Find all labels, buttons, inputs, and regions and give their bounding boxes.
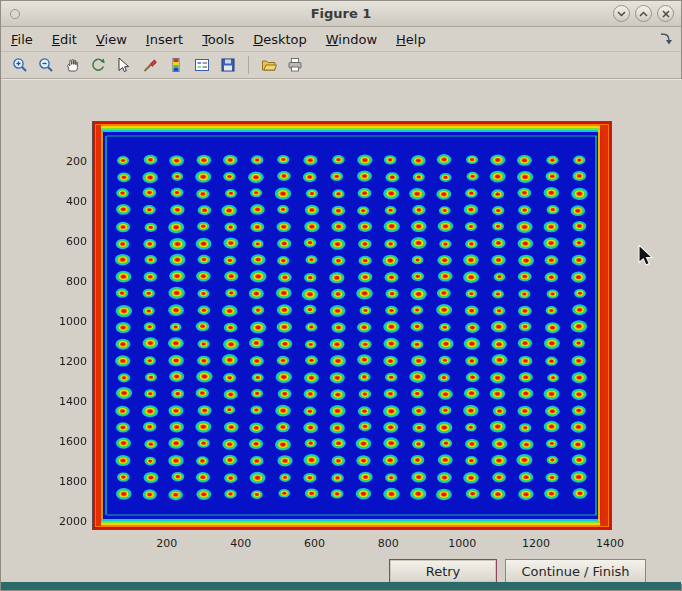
y-tick-label: 1800 (45, 475, 87, 488)
figure-toolbar (1, 51, 681, 79)
toolbar-open-file-button[interactable] (258, 54, 280, 76)
zoom-out-icon (37, 56, 55, 74)
toolbar-data-cursor-button[interactable] (113, 54, 135, 76)
y-tick-label: 1600 (45, 435, 87, 448)
toolbar-brush-button[interactable] (139, 54, 161, 76)
dock-figure-icon[interactable] (659, 32, 672, 48)
toolbar-print-button[interactable] (284, 54, 306, 76)
maximize-button[interactable] (635, 5, 652, 22)
x-tick-label: 400 (223, 537, 259, 550)
close-button[interactable] (657, 5, 674, 22)
pan-icon (63, 56, 81, 74)
shade-button[interactable] (613, 5, 630, 22)
toolbar-separator (248, 56, 249, 74)
toolbar-save-button[interactable] (217, 54, 239, 76)
menu-item-tools[interactable]: Tools (202, 32, 234, 47)
y-tick-label: 400 (45, 195, 87, 208)
figure-image (93, 122, 611, 529)
chevron-down-icon (617, 11, 626, 17)
chevron-up-icon (639, 11, 648, 17)
zoom-in-icon (11, 56, 29, 74)
menu-item-help[interactable]: Help (396, 32, 426, 47)
x-tick-label: 600 (297, 537, 333, 550)
x-tick-label: 200 (149, 537, 185, 550)
window-title: Figure 1 (1, 6, 681, 21)
brush-icon (141, 56, 159, 74)
toolbar-insert-legend-button[interactable] (191, 54, 213, 76)
x-tick-label: 1200 (518, 537, 554, 550)
data-cursor-icon (115, 56, 133, 74)
toolbar-rotate-3d-button[interactable] (87, 54, 109, 76)
save-icon (219, 56, 237, 74)
figure-content: Retry Continue / Finish 2004006008001000… (1, 79, 682, 584)
print-icon (286, 56, 304, 74)
menu-item-view[interactable]: View (96, 32, 127, 47)
menu-item-desktop[interactable]: Desktop (253, 32, 307, 47)
colorbar-icon (167, 56, 185, 74)
y-tick-label: 600 (45, 235, 87, 248)
window-bottom-edge (1, 582, 681, 590)
open-file-icon (260, 56, 278, 74)
window-controls (613, 5, 674, 22)
title-bar: Figure 1 (1, 1, 681, 27)
figure-window: Figure 1 FileEditViewInsertToolsDesk (0, 0, 682, 591)
x-tick-label: 1400 (592, 537, 628, 550)
y-tick-label: 1200 (45, 355, 87, 368)
toolbar-colorbar-button[interactable] (165, 54, 187, 76)
menu-item-edit[interactable]: Edit (52, 32, 77, 47)
insert-legend-icon (193, 56, 211, 74)
x-tick-label: 1000 (444, 537, 480, 550)
close-icon (662, 10, 670, 18)
y-tick-label: 800 (45, 275, 87, 288)
y-tick-label: 200 (45, 155, 87, 168)
toolbar-pan-button[interactable] (61, 54, 83, 76)
toolbar-zoom-in-button[interactable] (9, 54, 31, 76)
toolbar-zoom-out-button[interactable] (35, 54, 57, 76)
menu-bar: FileEditViewInsertToolsDesktopWindowHelp (1, 27, 681, 51)
menu-item-insert[interactable]: Insert (146, 32, 183, 47)
menu-bar-items: FileEditViewInsertToolsDesktopWindowHelp (11, 32, 426, 47)
menu-item-window[interactable]: Window (326, 32, 377, 47)
continue-finish-button[interactable]: Continue / Finish (505, 559, 646, 583)
x-tick-label: 800 (370, 537, 406, 550)
y-tick-label: 1000 (45, 315, 87, 328)
menu-item-file[interactable]: File (11, 32, 33, 47)
rotate-3d-icon (89, 56, 107, 74)
y-tick-label: 2000 (45, 515, 87, 528)
y-tick-label: 1400 (45, 395, 87, 408)
retry-button[interactable]: Retry (389, 559, 497, 583)
